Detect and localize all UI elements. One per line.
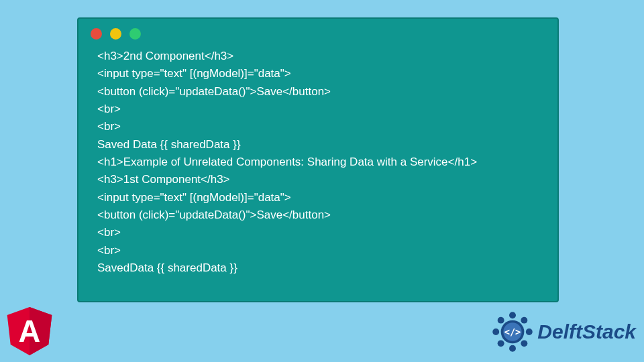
code-line: <br> [97, 103, 121, 115]
svg-point-8 [498, 340, 504, 347]
svg-point-9 [493, 328, 500, 335]
svg-point-7 [509, 345, 516, 352]
code-line: <button (click)="updateData()">Save</but… [97, 208, 331, 221]
code-line: <input type="text" [(ngModel)]="data"> [97, 191, 291, 204]
code-line: <h3>1st Component</h3> [97, 173, 230, 186]
code-line: <br> [97, 120, 121, 133]
code-line: <br> [97, 244, 121, 257]
code-line: <h1>Example of Unrelated Components: Sha… [97, 156, 477, 168]
code-line: <button (click)="updateData()">Save</but… [97, 85, 331, 98]
minimize-icon[interactable] [110, 28, 121, 40]
close-icon[interactable] [91, 28, 102, 40]
maximize-icon[interactable] [129, 28, 141, 40]
code-line: <br> [97, 226, 121, 239]
svg-point-6 [521, 340, 528, 347]
code-window: <h3>2nd Component</h3> <input type="text… [77, 17, 559, 302]
delftstack-label: DelftStack [537, 320, 636, 343]
svg-point-3 [509, 312, 516, 318]
code-line: <input type="text" [(ngModel)]="data"> [97, 67, 291, 80]
svg-point-10 [498, 317, 504, 324]
code-line: SavedData {{ sharedData }} [97, 261, 237, 274]
svg-text:</>: </> [504, 326, 521, 337]
window-controls [78, 19, 557, 45]
delftstack-badge-icon: </> [492, 311, 533, 353]
code-line: Saved Data {{ sharedData }} [97, 138, 241, 151]
svg-text:A: A [19, 314, 41, 349]
delftstack-brand: </> DelftStack [492, 311, 636, 353]
angular-logo-icon: A [7, 307, 52, 355]
code-line: <h3>2nd Component</h3> [97, 50, 233, 62]
code-content: <h3>2nd Component</h3> <input type="text… [78, 45, 557, 284]
svg-point-5 [526, 328, 533, 335]
svg-point-4 [521, 317, 528, 324]
